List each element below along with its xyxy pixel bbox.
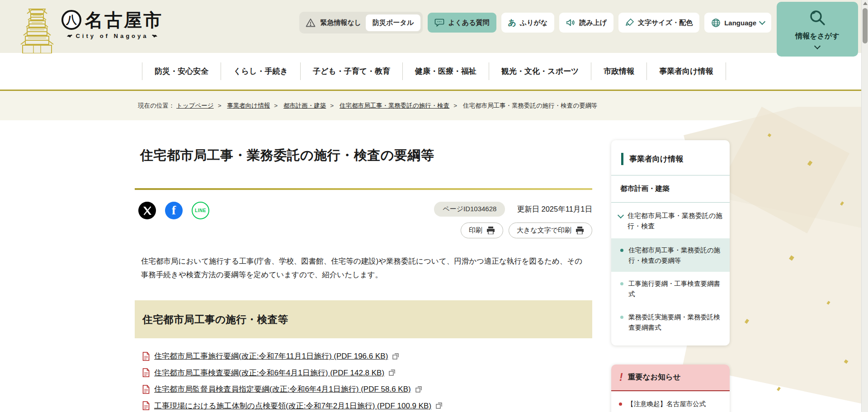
nav-kurashi[interactable]: くらし・手続き bbox=[221, 62, 300, 80]
sidebar-item-youkou-active[interactable]: 住宅都市局工事・業務委託の施行・検査の要綱等 bbox=[611, 238, 730, 272]
site-header: 八 名古屋市 City of Nagoya 緊急情報なし 防災ポータル よくある… bbox=[0, 0, 868, 53]
emergency-status-label: 緊急情報なし bbox=[320, 19, 361, 27]
notice-item: 【注意喚起】名古屋市公式Instagramなりすましアカウントにご注意ください bbox=[611, 391, 730, 412]
globe-icon bbox=[711, 18, 721, 28]
speech-bubble-icon bbox=[434, 18, 444, 27]
nav-jigyousha[interactable]: 事業者向け情報 bbox=[646, 62, 726, 80]
bullet-icon bbox=[620, 249, 623, 252]
pdf-file-icon bbox=[142, 368, 150, 377]
hiragana-a-icon: あ bbox=[508, 17, 516, 28]
logo-text-block: 八 名古屋市 City of Nagoya bbox=[61, 10, 163, 39]
chevron-down-icon bbox=[618, 212, 624, 218]
city-name: 名古屋市 bbox=[85, 11, 163, 29]
pdf-link[interactable]: 住宅都市局監督員検査員指定要綱(改正:令和6年4月1日施行) (PDF 58.6… bbox=[154, 384, 411, 394]
chevron-down-icon bbox=[814, 43, 821, 49]
page-meta: ページID1034628 更新日 2025年11月1日 印刷 大きな文字で印刷 bbox=[434, 202, 592, 238]
nav-bousai[interactable]: 防災・安心安全 bbox=[142, 62, 221, 80]
sidebar-item-gyoumu-shoshiki[interactable]: 業務委託実施要綱・業務委託検査要綱書式 bbox=[611, 305, 730, 339]
facebook-icon: f bbox=[172, 204, 176, 218]
print-buttons: 印刷 大きな文字で印刷 bbox=[461, 223, 592, 238]
gold-divider bbox=[135, 188, 592, 190]
external-link-icon bbox=[392, 353, 399, 360]
pdf-link[interactable]: 工事現場における施工体制の点検要領(改正:令和7年2月1日施行) (PDF 10… bbox=[154, 401, 431, 411]
breadcrumb-link-top[interactable]: トップページ bbox=[176, 102, 214, 109]
pdf-link-row: 工事現場における施工体制の点検要領(改正:令和7年2月1日施行) (PDF 10… bbox=[142, 401, 592, 411]
section-heading-box: 住宅都市局工事の施行・検査等 bbox=[135, 300, 592, 338]
breadcrumb-link-sekou-kensa[interactable]: 住宅都市局工事・業務委託の施行・検査 bbox=[340, 102, 449, 109]
print-large-button[interactable]: 大きな文字で印刷 bbox=[509, 223, 592, 238]
pdf-link[interactable]: 住宅都市局工事検査要綱(改正:令和6年4月1日施行) (PDF 142.8 KB… bbox=[154, 368, 384, 378]
sidebar-expanded-item[interactable]: 住宅都市局工事・業務委託の施行・検査 bbox=[611, 203, 730, 238]
scroll-up-arrow-icon[interactable] bbox=[863, 2, 868, 5]
printer-icon bbox=[486, 227, 495, 234]
read-aloud-button[interactable]: 読み上げ bbox=[559, 13, 613, 33]
furigana-button[interactable]: あ ふりがな bbox=[501, 13, 555, 33]
x-icon bbox=[143, 206, 152, 215]
breadcrumb-link-toshikeikaku[interactable]: 都市計画・建築 bbox=[283, 102, 326, 109]
notice-link[interactable]: 【注意喚起】名古屋市公式Instagramなりすましアカウントにご注意ください bbox=[627, 399, 723, 412]
nav-kenkou[interactable]: 健康・医療・福祉 bbox=[402, 62, 489, 80]
pdf-link-row: 住宅都市局工事施行要綱(改正:令和7年11月1日施行) (PDF 196.6 K… bbox=[142, 351, 592, 361]
global-nav: 防災・安心安全 くらし・手続き 子ども・子育て・教育 健康・医療・福祉 観光・文… bbox=[0, 53, 868, 91]
pdf-file-icon bbox=[142, 352, 150, 361]
sidebar-nav-card: 事業者向け情報 都市計画・建築 住宅都市局工事・業務委託の施行・検査 住宅都市局… bbox=[611, 140, 730, 346]
page-scrollbar[interactable] bbox=[861, 0, 868, 412]
accent-bar bbox=[621, 153, 623, 165]
sidebar-title: 事業者向け情報 bbox=[629, 154, 683, 164]
facebook-share-button[interactable]: f bbox=[165, 202, 183, 219]
faq-label: よくある質問 bbox=[448, 19, 489, 27]
site-logo[interactable]: 八 名古屋市 City of Nagoya bbox=[15, 2, 163, 53]
search-label: 情報をさがす bbox=[777, 32, 858, 41]
pdf-file-icon bbox=[142, 401, 150, 410]
meta-row: f LINE ページID1034628 更新日 2025年11月1日 印刷 bbox=[135, 202, 592, 238]
search-panel[interactable]: 情報をさがす bbox=[777, 2, 858, 57]
notice-header: ! 重要なお知らせ bbox=[611, 365, 730, 391]
speaker-icon bbox=[566, 19, 576, 27]
breadcrumb-current: 住宅都市局工事・業務委託の施行・検査の要綱等 bbox=[463, 102, 598, 109]
breadcrumb-link-jigyousha[interactable]: 事業者向け情報 bbox=[227, 102, 270, 109]
text-size-label: 文字サイズ・配色 bbox=[638, 19, 693, 27]
maruhachi-emblem-icon: 八 bbox=[61, 10, 81, 30]
updated-date: 更新日 2025年11月1日 bbox=[517, 204, 592, 214]
share-buttons: f LINE bbox=[138, 202, 209, 238]
external-link-icon bbox=[415, 386, 422, 393]
external-link-icon bbox=[436, 403, 442, 409]
language-button[interactable]: Language bbox=[704, 13, 771, 33]
furigana-label: ふりがな bbox=[520, 19, 547, 27]
page-title: 住宅都市局工事・業務委託の施行・検査の要綱等 bbox=[140, 147, 592, 165]
pdf-link-list: 住宅都市局工事施行要綱(改正:令和7年11月1日施行) (PDF 196.6 K… bbox=[142, 351, 592, 412]
read-aloud-label: 読み上げ bbox=[579, 19, 607, 27]
chevron-down-icon bbox=[759, 19, 765, 25]
scrollbar-thumb[interactable] bbox=[863, 8, 868, 43]
disaster-portal-button[interactable]: 防災ポータル bbox=[366, 14, 420, 31]
pdf-file-icon bbox=[142, 385, 150, 394]
brush-icon bbox=[625, 18, 634, 27]
utility-bar: 緊急情報なし 防災ポータル よくある質問 あ ふりがな 読み上げ bbox=[299, 12, 771, 33]
bullet-icon bbox=[620, 282, 623, 285]
bird-icon bbox=[66, 34, 73, 38]
section-heading: 住宅都市局工事の施行・検査等 bbox=[142, 313, 288, 327]
page-id-badge: ページID1034628 bbox=[434, 202, 505, 217]
sidebar-item-kouji-shoshiki[interactable]: 工事施行要綱・工事検査要綱書式 bbox=[611, 272, 730, 305]
faq-button[interactable]: よくある質問 bbox=[428, 13, 496, 33]
x-share-button[interactable] bbox=[138, 202, 156, 219]
warning-icon bbox=[306, 18, 316, 27]
breadcrumb: 現在の位置： トップページ> 事業者向け情報> 都市計画・建築> 住宅都市局工事… bbox=[138, 102, 598, 110]
sidebar-category[interactable]: 都市計画・建築 bbox=[611, 175, 730, 202]
sidebar: 事業者向け情報 都市計画・建築 住宅都市局工事・業務委託の施行・検査 住宅都市局… bbox=[611, 140, 730, 412]
nav-kankou[interactable]: 観光・文化・スポーツ bbox=[489, 62, 591, 80]
text-size-button[interactable]: 文字サイズ・配色 bbox=[618, 13, 699, 33]
language-label: Language bbox=[724, 19, 756, 27]
castle-icon bbox=[15, 5, 59, 53]
breadcrumb-bar: 現在の位置： トップページ> 事業者向け情報> 都市計画・建築> 住宅都市局工事… bbox=[0, 91, 868, 120]
city-name-en: City of Nagoya bbox=[61, 33, 163, 39]
print-button[interactable]: 印刷 bbox=[461, 223, 503, 238]
main-column: 住宅都市局工事・業務委託の施行・検査の要綱等 f LINE ページID1034 bbox=[135, 140, 592, 412]
line-share-button[interactable]: LINE bbox=[192, 202, 209, 219]
nav-kodomo[interactable]: 子ども・子育て・教育 bbox=[300, 62, 402, 80]
pdf-link-row: 住宅都市局監督員検査員指定要綱(改正:令和6年4月1日施行) (PDF 58.6… bbox=[142, 384, 592, 394]
pdf-link[interactable]: 住宅都市局工事施行要綱(改正:令和7年11月1日施行) (PDF 196.6 K… bbox=[154, 351, 388, 361]
nav-shisei[interactable]: 市政情報 bbox=[591, 62, 646, 80]
important-notice-card: ! 重要なお知らせ 【注意喚起】名古屋市公式Instagramなりすましアカウン… bbox=[611, 365, 730, 412]
printer-icon bbox=[576, 227, 584, 234]
